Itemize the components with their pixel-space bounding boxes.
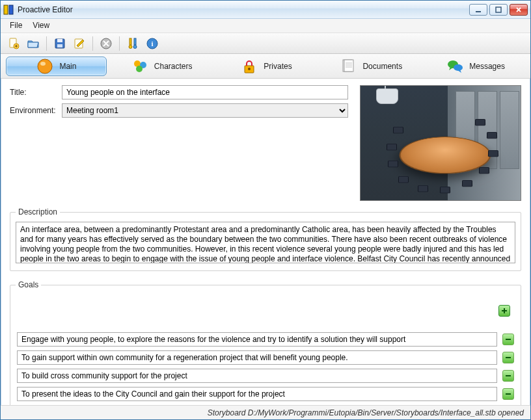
svg-point-30: [454, 64, 463, 71]
goal-row: [17, 369, 514, 383]
remove-goal-button[interactable]: [502, 370, 514, 382]
tab-characters-label: Characters: [154, 62, 193, 71]
svg-rect-32: [506, 357, 511, 358]
lock-icon: [240, 57, 258, 75]
toolbar-settings-button[interactable]: [124, 35, 142, 52]
titlebar: Proactive Editor: [1, 1, 530, 19]
toolbar-separator: [46, 36, 47, 51]
svg-rect-8: [57, 44, 62, 47]
tab-messages-label: Messages: [469, 62, 505, 71]
toolbar: i: [1, 33, 530, 54]
toolbar-save-button[interactable]: [51, 35, 69, 52]
svg-rect-31: [506, 339, 511, 340]
goal-input[interactable]: [17, 369, 497, 383]
speech-icon: [446, 57, 464, 75]
minimize-button[interactable]: [469, 4, 487, 16]
people-icon: [131, 57, 149, 75]
window-buttons: [469, 4, 528, 16]
menu-file[interactable]: File: [5, 19, 27, 33]
svg-rect-33: [506, 375, 511, 376]
svg-rect-34: [506, 393, 511, 395]
svg-rect-25: [344, 60, 353, 72]
status-text: Storyboard D:/MyWork/Programmi/Eutopia/B…: [208, 408, 524, 417]
svg-point-23: [248, 68, 251, 70]
document-icon: [339, 57, 357, 75]
tab-characters[interactable]: Characters: [112, 57, 211, 76]
tab-main-label: Main: [59, 62, 76, 71]
description-textarea[interactable]: [16, 222, 515, 263]
sphere-icon: [36, 57, 54, 75]
goal-input[interactable]: [17, 387, 497, 401]
add-goal-button[interactable]: [498, 305, 510, 317]
title-input[interactable]: [62, 85, 348, 99]
goals-box: Goals: [10, 280, 521, 405]
remove-goal-button[interactable]: [502, 334, 514, 345]
title-label: Title:: [10, 88, 62, 97]
toolbar-edit-button[interactable]: [70, 35, 88, 52]
tab-privates[interactable]: Privates: [217, 57, 316, 76]
remove-goal-button[interactable]: [502, 352, 514, 363]
svg-rect-11: [129, 38, 131, 45]
tab-main[interactable]: Main: [6, 57, 107, 76]
environment-preview: [360, 85, 521, 201]
svg-point-14: [133, 45, 137, 48]
tab-documents-label: Documents: [362, 62, 402, 71]
window-title: Proactive Editor: [18, 5, 469, 14]
goal-row: [17, 350, 514, 365]
goal-input[interactable]: [17, 350, 497, 365]
app-window: Proactive Editor File View: [0, 0, 531, 420]
statusbar: Storyboard D:/MyWork/Programmi/Eutopia/B…: [1, 405, 530, 419]
goal-input[interactable]: [17, 332, 497, 347]
goals-legend: Goals: [16, 280, 41, 289]
toolbar-new-button[interactable]: [5, 35, 23, 52]
tabbar: Main Characters Privates Documents Messa…: [1, 54, 530, 79]
remove-goal-button[interactable]: [502, 388, 514, 400]
description-box: Description: [10, 207, 521, 271]
goal-row: [17, 332, 514, 347]
svg-rect-0: [4, 5, 8, 14]
svg-rect-2: [476, 11, 481, 12]
toolbar-info-button[interactable]: i: [143, 35, 161, 52]
svg-point-17: [38, 59, 52, 73]
description-legend: Description: [16, 207, 60, 217]
svg-point-21: [136, 66, 143, 72]
environment-label: Environment:: [10, 106, 62, 115]
goal-row: [17, 387, 514, 401]
svg-point-13: [129, 45, 132, 48]
tab-messages[interactable]: Messages: [426, 57, 525, 76]
app-icon: [3, 5, 14, 15]
svg-rect-12: [134, 38, 136, 45]
toolbar-open-button[interactable]: [24, 35, 42, 52]
toolbar-separator: [119, 36, 120, 51]
svg-text:i: i: [151, 40, 153, 47]
menubar: File View: [1, 19, 530, 33]
svg-rect-3: [496, 7, 501, 12]
tab-privates-label: Privates: [264, 62, 292, 71]
main-form: Title: Environment: Meeting room1: [10, 85, 351, 201]
svg-rect-1: [9, 5, 13, 14]
content-area: Title: Environment: Meeting room1: [1, 79, 530, 405]
menu-view[interactable]: View: [27, 19, 55, 33]
maximize-button[interactable]: [489, 4, 508, 16]
toolbar-separator: [92, 36, 93, 51]
environment-select[interactable]: Meeting room1: [62, 103, 348, 118]
tab-documents[interactable]: Documents: [321, 57, 420, 76]
svg-rect-7: [57, 39, 62, 42]
close-button[interactable]: [510, 4, 528, 16]
svg-point-18: [40, 62, 46, 66]
toolbar-stop-button[interactable]: [97, 35, 115, 52]
